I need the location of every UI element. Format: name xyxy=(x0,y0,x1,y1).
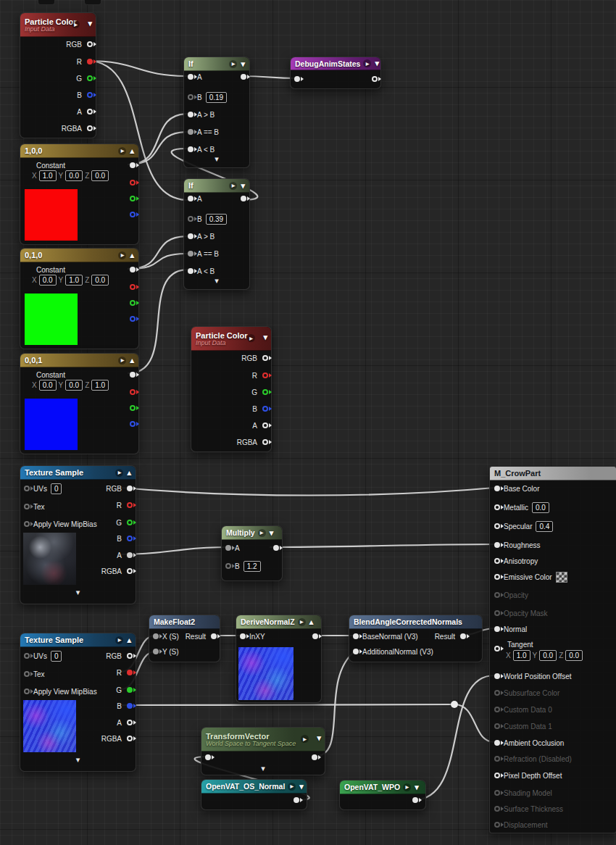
pin-tangent-input[interactable] xyxy=(494,646,500,652)
node-header[interactable]: If xyxy=(184,57,249,71)
uvs-value-input[interactable]: 0 xyxy=(51,651,62,662)
advanced-view-icon[interactable] xyxy=(258,529,266,537)
advanced-view-icon[interactable] xyxy=(247,334,255,342)
advanced-view-icon[interactable] xyxy=(363,59,371,67)
pin-y-input[interactable] xyxy=(153,649,159,654)
pin-r-output[interactable] xyxy=(262,372,268,378)
pin-basenormal-input[interactable] xyxy=(353,633,359,639)
pin-a-output[interactable] xyxy=(262,422,268,428)
pin-a-output[interactable] xyxy=(127,720,133,725)
pin-opacity-mask-input[interactable] xyxy=(494,610,500,616)
node-header[interactable]: M_CrowPart xyxy=(490,467,616,480)
pin-normal-input[interactable] xyxy=(494,626,500,632)
node-openvat-wpo[interactable]: OpenVAT_WPO xyxy=(339,780,426,810)
pin-r-output[interactable] xyxy=(127,670,133,675)
pin-surface-thickness-input[interactable] xyxy=(494,806,500,812)
expand-chevron-icon[interactable] xyxy=(76,588,80,597)
node-blendanglecorrectednormals[interactable]: BlendAngleCorrectedNormals BaseNormal (V… xyxy=(349,615,483,662)
pin-g-output[interactable] xyxy=(127,520,133,525)
chevron-down-icon[interactable] xyxy=(415,783,419,792)
pin-g-output[interactable] xyxy=(130,300,136,306)
node-transformvector[interactable]: TransformVector World Space to Tangent S… xyxy=(201,727,325,775)
chevron-up-icon[interactable] xyxy=(130,356,134,365)
advanced-view-icon[interactable] xyxy=(229,60,237,68)
pin-b-input[interactable] xyxy=(188,94,193,100)
pin-g-output[interactable] xyxy=(87,75,93,81)
pin-b-input[interactable] xyxy=(188,216,193,222)
advanced-view-icon[interactable] xyxy=(288,783,296,791)
z-value-input[interactable]: 1.0 xyxy=(91,380,109,391)
pin-ambient-occlusion-input[interactable] xyxy=(494,740,500,746)
chevron-down-icon[interactable] xyxy=(270,528,274,538)
chevron-down-icon[interactable] xyxy=(299,782,304,791)
node-material-result-m-crowpart[interactable]: M_CrowPart Base Color Metallic0.0 Specul… xyxy=(489,466,616,833)
pin-rgb-output[interactable] xyxy=(262,355,268,361)
node-header[interactable]: OpenVAT_OS_Normal xyxy=(201,780,307,794)
pin-b-output[interactable] xyxy=(127,703,133,709)
node-if-1[interactable]: If A B0.19 A > B A == B A < B xyxy=(183,57,250,168)
expand-chevron-icon[interactable] xyxy=(76,755,80,765)
pin-a-output[interactable] xyxy=(127,552,133,558)
pin-displacement-input[interactable] xyxy=(494,822,500,828)
pin-metallic-input[interactable] xyxy=(494,504,500,510)
node-header[interactable]: If xyxy=(184,179,249,193)
pin-opacity-input[interactable] xyxy=(494,592,500,598)
node-header[interactable]: BlendAngleCorrectedNormals xyxy=(349,615,482,629)
x-value-input[interactable]: 0.0 xyxy=(39,275,57,286)
pin-rgba-output[interactable] xyxy=(127,568,133,574)
x-value-input[interactable]: 1.0 xyxy=(39,170,57,181)
pin-emissive-color-input[interactable] xyxy=(494,574,500,580)
node-constant-001[interactable]: 0,0,1 Constant X0.0 Y0.0 Z1.0 xyxy=(20,353,139,454)
pin-uvs-input[interactable] xyxy=(24,486,30,491)
chevron-down-icon[interactable] xyxy=(263,333,267,342)
pin-output[interactable] xyxy=(312,754,317,760)
chevron-down-icon[interactable] xyxy=(241,59,245,69)
chevron-up-icon[interactable] xyxy=(127,636,131,645)
advanced-view-icon[interactable] xyxy=(403,783,411,791)
pin-custom-data-0-input[interactable] xyxy=(494,707,500,712)
node-particle-color-1[interactable]: Particle Color Input Data RGB R G B A RG… xyxy=(20,12,96,138)
node-texture-sample-2[interactable]: Texture Sample UVs0 Tex Apply View MipBi… xyxy=(20,633,136,772)
pin-roughness-input[interactable] xyxy=(494,542,500,548)
pin-agtb-input[interactable] xyxy=(188,233,193,239)
pin-mipbias-input[interactable] xyxy=(24,688,30,694)
pin-shading-model-input[interactable] xyxy=(494,790,500,796)
pin-rgb-output[interactable] xyxy=(127,653,133,659)
pin-result-output[interactable] xyxy=(241,196,246,201)
node-makefloat2[interactable]: MakeFloat2 X (S) Result Y (S) xyxy=(149,615,220,662)
pin-output[interactable] xyxy=(412,797,418,803)
pin-subsurface-color-input[interactable] xyxy=(494,690,500,696)
pin-refraction-input[interactable] xyxy=(494,756,500,762)
tangent-y-input[interactable]: 0.0 xyxy=(539,650,557,661)
specular-value-input[interactable]: 0.4 xyxy=(536,521,553,532)
pin-result-output[interactable] xyxy=(241,74,246,80)
pin-x-input[interactable] xyxy=(153,633,159,639)
pin-agtb-input[interactable] xyxy=(188,112,193,117)
pin-tex-input[interactable] xyxy=(24,671,30,677)
node-header[interactable]: Multiply xyxy=(222,526,282,540)
tangent-z-input[interactable]: 0.0 xyxy=(565,650,583,661)
advanced-view-icon[interactable] xyxy=(298,618,306,626)
chevron-up-icon[interactable] xyxy=(309,617,314,627)
node-debug-anim-states[interactable]: DebugAnimStates xyxy=(290,57,381,89)
pin-anisotropy-input[interactable] xyxy=(494,558,500,564)
pin-g-output[interactable] xyxy=(127,687,133,693)
node-header[interactable]: DebugAnimStates xyxy=(291,57,380,70)
pin-aeqb-input[interactable] xyxy=(188,129,193,135)
pin-a-input[interactable] xyxy=(188,196,193,201)
chevron-down-icon[interactable] xyxy=(375,59,379,68)
pin-custom-data-1-input[interactable] xyxy=(494,723,500,729)
pin-inxy-input[interactable] xyxy=(240,633,246,639)
pin-b-output[interactable] xyxy=(127,536,133,541)
pin-input[interactable] xyxy=(294,76,300,82)
chevron-down-icon[interactable] xyxy=(88,19,92,28)
chevron-up-icon[interactable] xyxy=(130,251,134,260)
advanced-view-icon[interactable] xyxy=(229,182,237,190)
pin-output[interactable] xyxy=(372,76,378,82)
advanced-view-icon[interactable] xyxy=(115,636,123,644)
node-header[interactable]: Particle Color Input Data xyxy=(20,13,96,37)
node-header[interactable]: 0,0,1 xyxy=(20,354,138,367)
pin-rgba-output[interactable] xyxy=(87,125,93,131)
node-multiply[interactable]: Multiply A B1.2 xyxy=(221,525,283,581)
tangent-x-input[interactable]: 1.0 xyxy=(513,650,530,661)
